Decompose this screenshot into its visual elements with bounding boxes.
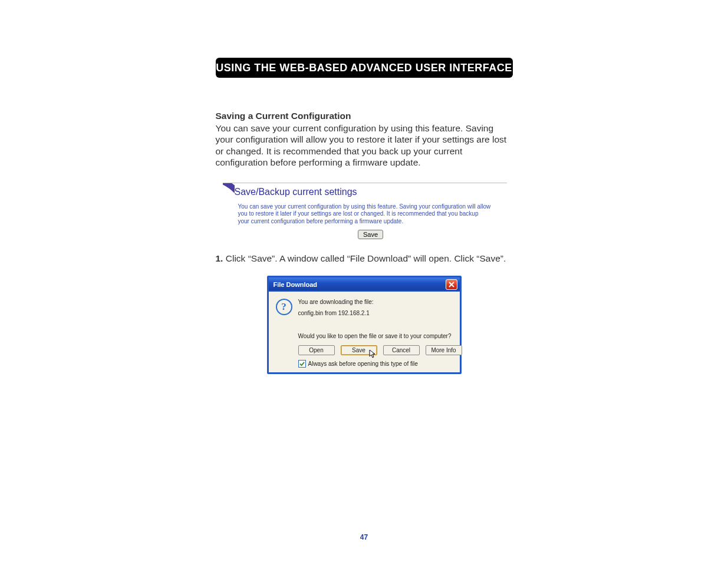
file-download-dialog: File Download ? You are downloading the … bbox=[267, 276, 462, 374]
section-body: You can save your current configuration … bbox=[216, 123, 513, 168]
more-info-button[interactable]: More Info bbox=[426, 345, 462, 355]
step-number: 1. bbox=[216, 253, 223, 263]
panel-button-row: Save bbox=[235, 229, 507, 239]
step-text: Click “Save”. A window called “File Down… bbox=[223, 253, 506, 263]
panel-description: You can save your current configuration … bbox=[238, 203, 492, 226]
cursor-icon bbox=[369, 349, 376, 359]
cancel-button[interactable]: Cancel bbox=[383, 345, 420, 355]
dialog-line1: You are downloading the file: bbox=[298, 299, 462, 305]
section-heading: Saving a Current Configuration bbox=[216, 111, 513, 121]
panel-save-button[interactable]: Save bbox=[358, 230, 383, 239]
checkbox-label: Always ask before opening this type of f… bbox=[308, 361, 418, 367]
page-title: USING THE WEB-BASED ADVANCED USER INTERF… bbox=[216, 62, 512, 74]
panel-title: Save/Backup current settings bbox=[235, 187, 507, 197]
dialog-body: ? You are downloading the file: config.b… bbox=[269, 292, 460, 372]
page-title-bar: USING THE WEB-BASED ADVANCED USER INTERF… bbox=[216, 58, 513, 78]
dialog-close-button[interactable] bbox=[446, 279, 457, 290]
page-number: 47 bbox=[216, 533, 513, 541]
check-icon bbox=[299, 361, 305, 366]
dialog-button-row: Open Save Cancel More Info bbox=[298, 345, 462, 355]
close-icon bbox=[449, 282, 454, 287]
always-ask-checkbox[interactable] bbox=[298, 360, 306, 368]
question-icon: ? bbox=[276, 299, 292, 315]
manual-page: USING THE WEB-BASED ADVANCED USER INTERF… bbox=[216, 58, 513, 541]
dialog-line2: config.bin from 192.168.2.1 bbox=[298, 310, 462, 316]
panel-accent-graphic bbox=[223, 183, 235, 241]
save-backup-panel: Save/Backup current settings You can sav… bbox=[223, 183, 507, 240]
dialog-checkbox-row[interactable]: Always ask before opening this type of f… bbox=[298, 360, 462, 368]
open-button[interactable]: Open bbox=[298, 345, 335, 355]
step-1: 1. Click “Save”. A window called “File D… bbox=[216, 253, 513, 264]
dialog-line3: Would you like to open the file or save … bbox=[298, 333, 462, 339]
dialog-title: File Download bbox=[274, 281, 318, 288]
dialog-titlebar[interactable]: File Download bbox=[269, 277, 460, 292]
